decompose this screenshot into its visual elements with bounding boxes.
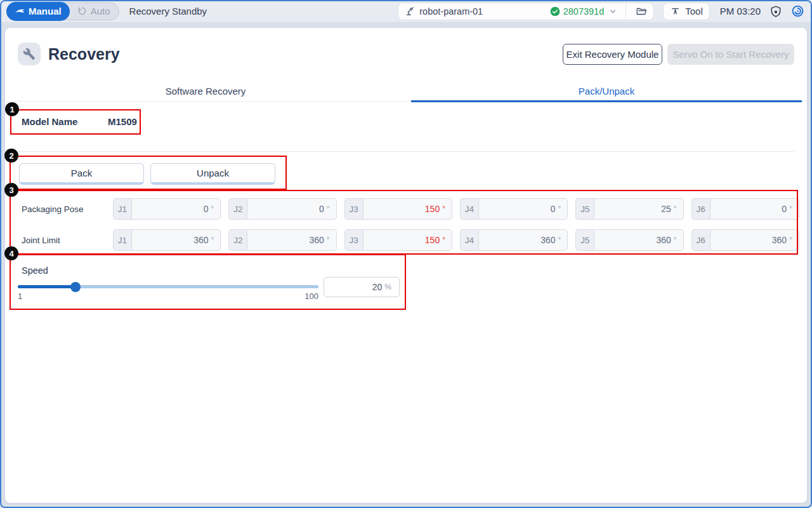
joint-input-group: J3 150° (344, 198, 452, 220)
joint-input-group: J5 25° (575, 198, 683, 220)
robot-arm-icon (405, 6, 415, 17)
joint-value-field[interactable]: 360° (247, 229, 336, 251)
speed-label: Speed (22, 265, 48, 276)
joint-label: J5 (575, 229, 594, 251)
joint-input-group: J6 360° (691, 229, 799, 251)
auto-mode-button[interactable]: Auto (69, 3, 119, 20)
joint-limit-label: Joint Limit (22, 236, 60, 245)
joint-input-group: J4 0° (460, 198, 568, 220)
speed-value-field[interactable]: 20 % (324, 277, 400, 297)
joint-value-field[interactable]: 150° (363, 229, 452, 251)
servo-on-button: Servo On to Start Recovery (667, 44, 794, 65)
joint-label: J2 (228, 198, 247, 220)
safety-shield-icon[interactable] (769, 5, 782, 18)
recovery-panel: Recovery Exit Recovery Module Servo On t… (5, 28, 807, 503)
manual-hand-icon (15, 6, 25, 17)
joint-label: J3 (344, 198, 363, 220)
chevron-down-icon[interactable] (608, 7, 617, 16)
robot-param-selector[interactable]: robot-param-01 2807391d (398, 3, 654, 20)
joint-label: J2 (228, 229, 247, 251)
joint-label: J4 (460, 229, 478, 251)
joint-value-field[interactable]: 0° (247, 198, 336, 220)
pack-button[interactable]: Pack (19, 163, 144, 185)
robot-status-text: Recovery Standby (129, 6, 207, 17)
joint-input-group: J1 360° (113, 229, 221, 251)
wrench-icon (18, 43, 41, 65)
tool-flange-icon (670, 6, 681, 17)
speed-slider[interactable] (18, 281, 318, 292)
section-divider (18, 151, 794, 152)
speed-max-label: 100 (301, 291, 318, 301)
speed-min-label: 1 (18, 291, 22, 301)
auto-mode-label: Auto (91, 6, 110, 17)
joint-input-group: J1 0° (113, 198, 221, 220)
speed-slider-handle[interactable] (70, 282, 81, 292)
folder-open-icon[interactable] (636, 6, 647, 17)
model-name-value: M1509 (108, 116, 137, 127)
joint-input-group: J6 0° (691, 198, 799, 220)
pill-divider (625, 3, 626, 20)
joint-input-group: J2 0° (228, 198, 336, 220)
joint-input-group: J3 150° (344, 229, 452, 251)
joint-value-field[interactable]: 0° (710, 198, 799, 220)
manual-mode-button[interactable]: Manual (6, 2, 70, 21)
joint-value-field[interactable]: 360° (710, 229, 799, 251)
manual-mode-label: Manual (29, 6, 62, 17)
model-name-label: Model Name (22, 116, 77, 127)
top-status-bar: Manual Auto Recovery Standby robot-param… (0, 0, 812, 23)
clock-time: PM 03:20 (720, 6, 761, 17)
mode-toggle: Manual Auto (6, 3, 119, 20)
tool-settings-button[interactable]: Tool (663, 3, 710, 20)
joint-value-field[interactable]: 25° (594, 198, 683, 220)
joint-label: J5 (575, 198, 594, 220)
joint-limit-row: J1 360° J2 360° J3 150° J4 360° J5 360° … (113, 229, 799, 251)
recovery-tabbar: Software Recovery Pack/Unpack (5, 81, 807, 102)
joint-input-group: J5 360° (575, 229, 683, 251)
tab-software-recovery[interactable]: Software Recovery (5, 81, 406, 101)
joint-value-field[interactable]: 0° (131, 198, 221, 220)
unpack-button[interactable]: Unpack (150, 163, 275, 185)
joint-value-field[interactable]: 150° (363, 198, 452, 220)
joint-label: J6 (691, 198, 710, 220)
joint-label: J1 (113, 198, 131, 220)
param-file-name: robot-param-01 (419, 6, 483, 17)
joint-label: J3 (344, 229, 363, 251)
joint-input-group: J4 360° (460, 229, 568, 251)
joint-value-field[interactable]: 360° (131, 229, 221, 251)
joint-value-field[interactable]: 360° (478, 229, 568, 251)
joint-value-field[interactable]: 360° (594, 229, 683, 251)
param-version-hash: 2807391d (563, 6, 605, 17)
packaging-pose-row: J1 0° J2 0° J3 150° J4 0° J5 25° J6 0° (113, 198, 799, 220)
joint-label: J1 (113, 229, 131, 251)
joint-label: J6 (691, 229, 710, 251)
auto-cycle-icon (77, 6, 87, 16)
speed-slider-fill (18, 285, 75, 288)
tool-label: Tool (685, 6, 703, 17)
page-title: Recovery (48, 45, 120, 64)
joint-label: J4 (460, 198, 478, 220)
collaboration-speed-icon[interactable] (791, 4, 804, 18)
joint-input-group: J2 360° (228, 229, 336, 251)
exit-recovery-module-button[interactable]: Exit Recovery Module (563, 44, 662, 65)
packaging-pose-label: Packaging Pose (22, 204, 84, 214)
tab-pack-unpack[interactable]: Pack/Unpack (406, 81, 807, 101)
check-circle-icon (550, 6, 560, 17)
speed-value: 20 (372, 282, 383, 292)
speed-unit: % (384, 283, 391, 291)
joint-value-field[interactable]: 0° (478, 198, 568, 220)
